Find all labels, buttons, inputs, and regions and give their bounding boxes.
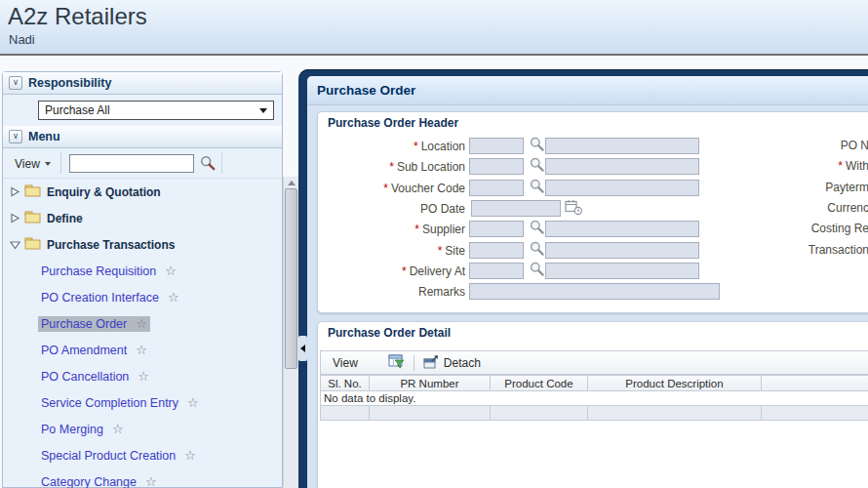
field-input-voucher-code[interactable] [469, 180, 524, 196]
tree-row: Purchase Transactions [3, 231, 266, 258]
app-header: A2z Retailers Nadi [0, 0, 868, 56]
tree-expand-toggle[interactable] [9, 185, 22, 198]
empty-grid-cell [762, 406, 868, 421]
column-header-blank[interactable] [762, 375, 868, 391]
menu-collapse-button[interactable]: ∨ [9, 130, 22, 143]
tree-collapse-toggle[interactable] [9, 239, 22, 251]
chevron-down-icon [45, 162, 51, 166]
field-label-supplier: *Supplier [318, 223, 465, 236]
date-picker-icon[interactable] [565, 199, 583, 220]
main-panel-content: Purchase Order Purchase Order Header *Lo… [307, 76, 868, 488]
header-section-title: Purchase Order Header [328, 116, 458, 130]
scroll-up-icon[interactable] [288, 181, 296, 185]
tree-expand-toggle[interactable] [9, 212, 22, 224]
search-icon[interactable] [199, 154, 217, 176]
lov-search-icon[interactable] [529, 178, 545, 198]
column-header-product-description[interactable]: Product Description [588, 375, 762, 391]
field-input-po-date[interactable] [471, 200, 561, 217]
empty-grid-cell [370, 406, 491, 421]
field-label-po-date: PO Date [318, 202, 465, 216]
lov-search-icon[interactable] [529, 136, 545, 156]
tree-row: PO Amendment☆ [3, 337, 266, 363]
favorite-star-icon[interactable]: ☆ [184, 449, 196, 462]
tree-row: Service Completion Entry☆ [3, 389, 266, 416]
favorite-star-icon[interactable]: ☆ [165, 264, 177, 277]
responsibility-collapse-button[interactable]: ∨ [9, 76, 22, 90]
tree-item-purchase-requisition[interactable]: Purchase Requisition☆ [38, 264, 179, 279]
tree-item-service-completion-entry[interactable]: Service Completion Entry☆ [38, 395, 202, 411]
menu-search-input[interactable] [69, 154, 194, 173]
tree-item-po-merging[interactable]: Po Merging☆ [38, 422, 127, 437]
tree-folder-label[interactable]: Define [47, 212, 83, 225]
folder-icon [24, 183, 41, 201]
tree-row: Special Product Creation☆ [3, 442, 266, 468]
splitter-collapse-handle[interactable] [298, 336, 307, 361]
purchase-order-header-section: Purchase Order Header *Location*Sub Loca… [317, 111, 868, 313]
field-display-supplier [545, 221, 699, 237]
field-input-location[interactable] [469, 138, 524, 154]
tree-link-label: Special Product Creation [41, 449, 176, 463]
query-by-example-icon[interactable] [388, 353, 405, 373]
required-indicator: * [838, 159, 843, 173]
tree-item-category-change[interactable]: Category Change☆ [38, 474, 160, 488]
collapse-icon[interactable] [9, 239, 21, 251]
field-input-supplier[interactable] [469, 221, 524, 237]
field-label-clipped-transaction: Transaction [801, 243, 868, 257]
tree-row: Purchase Requisition☆ [3, 258, 266, 284]
tree-item-po-creation-interface[interactable]: PO Creation Interface☆ [38, 290, 182, 305]
field-input-delivery-at[interactable] [469, 263, 524, 279]
lov-search-icon[interactable] [529, 156, 545, 177]
tree-item-purchase-order[interactable]: Purchase Order☆ [38, 316, 150, 332]
detail-view-button[interactable]: View [333, 356, 363, 370]
favorite-star-icon[interactable]: ☆ [168, 291, 179, 304]
tree-item-po-amendment[interactable]: PO Amendment☆ [38, 343, 150, 358]
field-label-clipped-currenc: Currenc [801, 201, 868, 215]
folder-icon [24, 184, 41, 197]
required-indicator: * [402, 264, 407, 278]
favorite-star-icon[interactable]: ☆ [136, 344, 147, 356]
panel-title-bar: Purchase Order [307, 76, 868, 105]
page-title: Purchase Order [317, 83, 415, 98]
field-input-sub-location[interactable] [469, 158, 524, 175]
detail-toolbar: View [320, 350, 868, 375]
menu-view-button[interactable]: View [15, 154, 51, 173]
empty-grid-cell [320, 406, 370, 421]
menu-view-label: View [15, 157, 40, 171]
column-header-sl-no-[interactable]: Sl. No. [320, 375, 370, 391]
field-input-remarks[interactable] [469, 283, 720, 300]
folder-icon [24, 236, 41, 254]
lov-search-icon[interactable] [529, 240, 545, 261]
tree-item-po-cancellation[interactable]: PO Cancellation☆ [38, 369, 152, 385]
responsibility-title: Responsibility [28, 76, 111, 90]
sidebar: ∨ Responsibility Purchase All ∨ Menu Vie… [2, 71, 283, 488]
lov-search-icon[interactable] [529, 219, 545, 239]
lov-search-icon[interactable] [529, 261, 545, 281]
favorite-star-icon[interactable]: ☆ [138, 370, 149, 383]
field-input-site[interactable] [469, 242, 524, 259]
responsibility-selected-value: Purchase All [45, 103, 110, 117]
column-header-pr-number[interactable]: PR Number [370, 375, 491, 391]
field-label-sub-location: *Sub Location [318, 160, 465, 174]
favorite-star-icon[interactable]: ☆ [187, 396, 199, 409]
purchase-order-detail-section: Purchase Order Detail View [317, 321, 868, 488]
empty-grid-cell [588, 406, 762, 421]
favorite-star-icon[interactable]: ☆ [136, 317, 147, 330]
sidebar-scrollbar[interactable] [283, 177, 298, 488]
tree-folder-label[interactable]: Purchase Transactions [47, 238, 175, 252]
tree-folder-label[interactable]: Enquiry & Quotation [47, 185, 161, 199]
field-display-delivery-at [545, 263, 699, 279]
responsibility-select[interactable]: Purchase All [38, 101, 274, 120]
scrollbar-thumb[interactable] [285, 188, 297, 369]
expand-icon[interactable] [9, 212, 20, 224]
tree-row: PO Cancellation☆ [3, 363, 266, 389]
favorite-star-icon[interactable]: ☆ [112, 423, 124, 435]
tree-item-special-product-creation[interactable]: Special Product Creation☆ [38, 448, 199, 464]
detach-button[interactable]: Detach [423, 355, 481, 370]
expand-icon[interactable] [9, 185, 20, 198]
folder-icon [24, 237, 41, 250]
tree-link-label: PO Amendment [41, 344, 127, 357]
column-header-product-code[interactable]: Product Code [491, 375, 588, 391]
favorite-star-icon[interactable]: ☆ [145, 475, 157, 488]
toolbar-separator [414, 355, 414, 371]
folder-icon [24, 211, 41, 224]
